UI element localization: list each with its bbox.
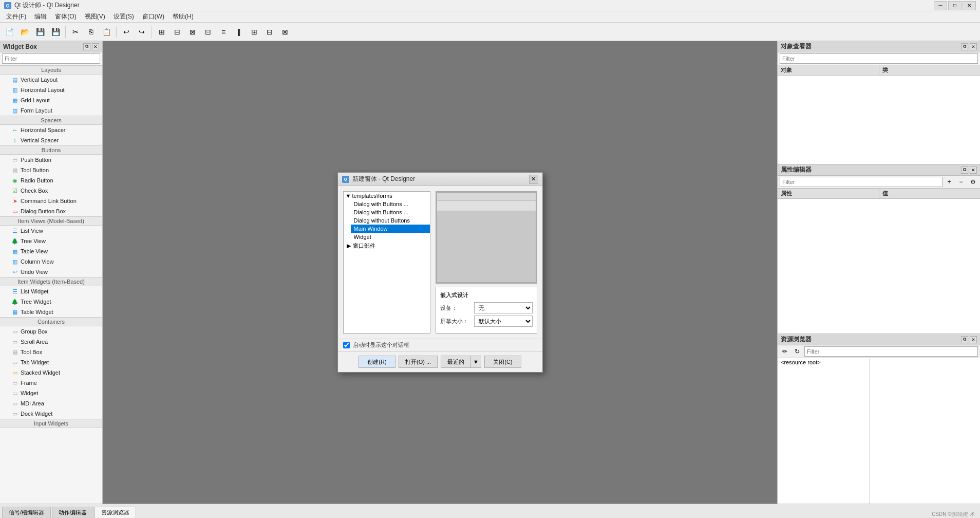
device-select[interactable]: 无 bbox=[474, 302, 533, 313]
widget-tool-button[interactable]: ▤ Tool Button bbox=[0, 165, 102, 175]
toolbar-layout9[interactable]: ⊠ bbox=[278, 25, 292, 39]
toolbar-layout4[interactable]: ⊡ bbox=[201, 25, 215, 39]
screen-size-select[interactable]: 默认大小 bbox=[474, 316, 533, 327]
section-containers[interactable]: Containers bbox=[0, 317, 102, 326]
section-spacers[interactable]: Spacers bbox=[0, 116, 102, 125]
toolbar-open[interactable]: 📂 bbox=[17, 25, 32, 39]
menu-view[interactable]: 视图(V) bbox=[81, 11, 109, 22]
widget-stacked-widget[interactable]: ▭ Stacked Widget bbox=[0, 367, 102, 378]
widget-h-spacer[interactable]: ↔ Horizontal Spacer bbox=[0, 125, 102, 135]
toolbar-layout1[interactable]: ⊞ bbox=[155, 25, 169, 39]
property-editor-float[interactable]: ⧉ bbox=[961, 166, 968, 174]
widget-dialog-button-box[interactable]: ▭ Dialog Button Box bbox=[0, 206, 102, 216]
widget-check-box[interactable]: ☑ Check Box bbox=[0, 186, 102, 196]
toolbar-layout2[interactable]: ⊟ bbox=[170, 25, 184, 39]
widget-horizontal-layout[interactable]: ▥ Horizontal Layout bbox=[0, 85, 102, 95]
widget-frame[interactable]: ▭ Frame bbox=[0, 378, 102, 388]
object-inspector-filter-input[interactable] bbox=[780, 53, 978, 64]
widget-tree-widget[interactable]: 🌲 Tree Widget bbox=[0, 297, 102, 307]
template-group-window-parts[interactable]: ▶ 窗口部件 bbox=[344, 241, 430, 251]
template-item-dialog-buttons2[interactable]: Dialog with Buttons ... bbox=[351, 208, 430, 216]
widget-vertical-layout[interactable]: ▤ Vertical Layout bbox=[0, 75, 102, 85]
widget-radio-button[interactable]: ◉ Radio Button bbox=[0, 175, 102, 186]
toolbar-copy[interactable]: ⎘ bbox=[84, 25, 98, 39]
widget-table-widget[interactable]: ▦ Table Widget bbox=[0, 307, 102, 317]
widget-form-layout[interactable]: ▤ Form Layout bbox=[0, 105, 102, 116]
prop-add-btn[interactable]: + bbox=[944, 177, 954, 187]
widget-tree-view[interactable]: 🌲 Tree View bbox=[0, 236, 102, 246]
resource-filter-input[interactable] bbox=[804, 346, 978, 357]
recent-arrow-button[interactable]: ▼ bbox=[470, 356, 481, 368]
resource-browser-close[interactable]: ✕ bbox=[970, 336, 977, 343]
widget-group-box[interactable]: ▭ Group Box bbox=[0, 326, 102, 337]
toolbar-layout5[interactable]: ≡ bbox=[216, 25, 231, 39]
section-buttons[interactable]: Buttons bbox=[0, 145, 102, 155]
widget-dock-widget[interactable]: ▭ Dock Widget bbox=[0, 409, 102, 419]
create-button[interactable]: 创建(R) bbox=[359, 356, 395, 368]
widget-list-widget[interactable]: ☰ List Widget bbox=[0, 286, 102, 297]
toolbar-save2[interactable]: 💾 bbox=[48, 25, 63, 39]
section-input-widgets[interactable]: Input Widgets bbox=[0, 419, 102, 428]
startup-checkbox[interactable] bbox=[343, 342, 350, 348]
tab-resource-browser[interactable]: 资源浏览器 bbox=[95, 507, 136, 518]
tab-action-editor[interactable]: 动作编辑器 bbox=[52, 507, 93, 518]
widget-tab-widget[interactable]: ▭ Tab Widget bbox=[0, 357, 102, 367]
template-tree-root[interactable]: ▼ templates\forms bbox=[344, 192, 430, 200]
widget-v-spacer[interactable]: ↕ Vertical Spacer bbox=[0, 135, 102, 145]
dialog-close-icon-btn[interactable]: ✕ bbox=[529, 175, 538, 184]
close-button[interactable]: ✕ bbox=[963, 1, 976, 10]
menu-form[interactable]: 窗体(O) bbox=[51, 11, 80, 22]
toolbar-layout6[interactable]: ∥ bbox=[232, 25, 246, 39]
menu-edit[interactable]: 编辑 bbox=[30, 11, 51, 22]
toolbar-layout7[interactable]: ⊞ bbox=[247, 25, 261, 39]
widget-scroll-area[interactable]: ▭ Scroll Area bbox=[0, 337, 102, 347]
widget-column-view[interactable]: ▥ Column View bbox=[0, 256, 102, 267]
menu-help[interactable]: 帮助(H) bbox=[168, 11, 198, 22]
widget-push-button[interactable]: ▭ Push Button bbox=[0, 155, 102, 165]
maximize-button[interactable]: □ bbox=[948, 1, 962, 10]
template-item-widget[interactable]: Widget bbox=[351, 233, 430, 241]
resource-refresh-btn[interactable]: ↻ bbox=[792, 346, 802, 357]
tab-signal-slot[interactable]: 信号/槽编辑器 bbox=[2, 507, 51, 518]
close-dialog-button[interactable]: 关闭(C) bbox=[484, 356, 521, 368]
minimize-button[interactable]: ─ bbox=[934, 1, 947, 10]
open-button[interactable]: 打开(O) ... bbox=[399, 356, 438, 368]
widget-command-link[interactable]: ➤ Command Link Button bbox=[0, 196, 102, 206]
resource-edit-btn[interactable]: ✏ bbox=[780, 346, 790, 357]
toolbar-cut[interactable]: ✂ bbox=[68, 25, 83, 39]
resource-browser-float[interactable]: ⧉ bbox=[961, 336, 968, 343]
widget-table-view[interactable]: ▦ Table View bbox=[0, 246, 102, 256]
property-filter-input[interactable] bbox=[780, 177, 943, 187]
widget-grid-layout[interactable]: ▦ Grid Layout bbox=[0, 95, 102, 105]
object-inspector-close[interactable]: ✕ bbox=[970, 43, 977, 50]
toolbar-save[interactable]: 💾 bbox=[33, 25, 47, 39]
template-item-dialog-buttons1[interactable]: Dialog with Buttons ... bbox=[351, 200, 430, 208]
template-item-dialog-no-buttons[interactable]: Dialog without Buttons bbox=[351, 216, 430, 225]
menu-file[interactable]: 文件(F) bbox=[2, 11, 30, 22]
toolbar-redo[interactable]: ↪ bbox=[135, 25, 149, 39]
widget-mdi-area[interactable]: ▭ MDI Area bbox=[0, 398, 102, 409]
toolbar-new[interactable]: 📄 bbox=[2, 25, 16, 39]
prop-remove-btn[interactable]: − bbox=[956, 177, 966, 187]
widget-undo-view[interactable]: ↩ Undo View bbox=[0, 267, 102, 277]
section-item-widgets[interactable]: Item Widgets (Item-Based) bbox=[0, 277, 102, 286]
menu-window[interactable]: 窗口(W) bbox=[138, 11, 168, 22]
toolbar-undo[interactable]: ↩ bbox=[119, 25, 134, 39]
template-item-main-window[interactable]: Main Window bbox=[351, 225, 430, 233]
widget-widget[interactable]: ▭ Widget bbox=[0, 388, 102, 398]
widget-list-view[interactable]: ☰ List View bbox=[0, 226, 102, 236]
widget-box-filter-input[interactable] bbox=[2, 53, 100, 64]
prop-config-btn[interactable]: ⚙ bbox=[968, 177, 978, 187]
toolbar-layout8[interactable]: ⊟ bbox=[262, 25, 277, 39]
object-inspector-float[interactable]: ⧉ bbox=[961, 43, 968, 50]
toolbar-paste[interactable]: 📋 bbox=[99, 25, 114, 39]
widget-box-close[interactable]: ✕ bbox=[92, 43, 99, 50]
section-item-views[interactable]: Item Views (Model-Based) bbox=[0, 216, 102, 226]
recent-button[interactable]: 最近的 bbox=[441, 356, 470, 368]
widget-tool-box[interactable]: ▤ Tool Box bbox=[0, 347, 102, 357]
section-layouts[interactable]: Layouts bbox=[0, 65, 102, 75]
menu-settings[interactable]: 设置(S) bbox=[109, 11, 138, 22]
toolbar-layout3[interactable]: ⊠ bbox=[185, 25, 200, 39]
widget-box-float[interactable]: ⧉ bbox=[83, 43, 90, 50]
property-editor-close[interactable]: ✕ bbox=[970, 166, 977, 174]
